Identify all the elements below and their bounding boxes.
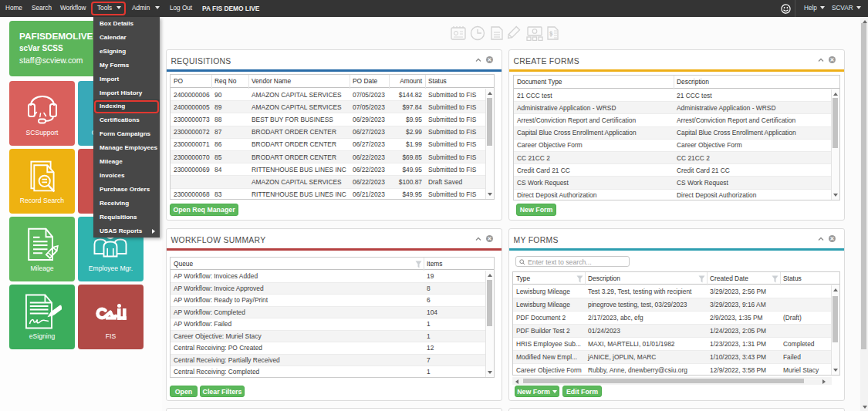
svg-text:$: $ xyxy=(549,30,553,37)
